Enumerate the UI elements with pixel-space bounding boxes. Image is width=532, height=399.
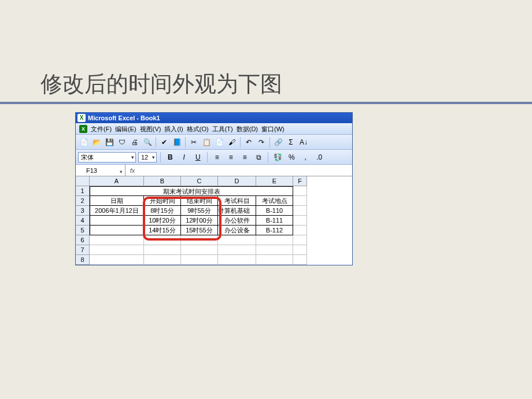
cell-C5[interactable]: 15时55分 [181, 226, 218, 235]
open-icon[interactable]: 📂 [91, 136, 102, 148]
menu-data[interactable]: 数据(D) [237, 123, 258, 134]
cell-F1[interactable] [293, 186, 307, 196]
cell-E5[interactable]: B-112 [256, 226, 293, 235]
menu-view[interactable]: 视图(V) [140, 123, 161, 134]
cell-E8[interactable] [256, 255, 293, 265]
hyperlink-icon[interactable]: 🔗 [272, 136, 284, 148]
cell-A1-merged-title[interactable]: 期末考试时间安排表 [90, 186, 293, 196]
col-header-E[interactable]: E [256, 176, 293, 186]
cell-D7[interactable] [218, 245, 256, 255]
print-icon[interactable]: 🖨 [129, 136, 141, 148]
percent-icon[interactable]: % [286, 152, 297, 163]
autosum-icon[interactable]: Σ [285, 136, 297, 148]
cell-D5[interactable]: 办公设备 [218, 226, 256, 235]
spell-icon[interactable]: ✔ [158, 136, 170, 148]
bold-button[interactable]: B [164, 152, 176, 163]
name-box[interactable]: F13 [76, 165, 125, 176]
underline-button[interactable]: U [192, 152, 204, 163]
font-name-select[interactable]: 宋体 [78, 152, 136, 162]
fx-icon[interactable]: fx [125, 165, 139, 176]
new-icon[interactable]: 📄 [78, 136, 90, 148]
row-header-2[interactable]: 2 [76, 196, 90, 206]
cell-B7[interactable] [144, 245, 181, 255]
cell-C8[interactable] [181, 255, 218, 265]
research-icon[interactable]: 📘 [171, 136, 183, 148]
copy-icon[interactable]: 📋 [201, 136, 212, 148]
cell-B5[interactable]: 14时15分 [144, 226, 181, 235]
cell-B3[interactable]: 8时15分 [144, 206, 181, 216]
align-center-icon[interactable]: ≡ [225, 152, 237, 163]
cell-F4[interactable] [293, 216, 307, 226]
cell-E2[interactable]: 考试地点 [256, 196, 293, 206]
cell-B2[interactable]: 开始时间 [144, 196, 181, 206]
cell-E7[interactable] [256, 245, 293, 255]
merge-center-icon[interactable]: ⧉ [253, 152, 264, 163]
increase-decimal-icon[interactable]: .0 [313, 152, 325, 163]
col-header-F[interactable]: F [293, 176, 307, 186]
col-header-D[interactable]: D [218, 176, 256, 186]
row-header-7[interactable]: 7 [76, 245, 90, 255]
menu-window[interactable]: 窗口(W) [261, 123, 285, 134]
cell-F2[interactable] [293, 196, 307, 206]
cell-B6[interactable] [144, 235, 181, 245]
undo-icon[interactable]: ↶ [243, 136, 254, 148]
cell-B8[interactable] [144, 255, 181, 265]
font-size-select[interactable]: 12 [138, 152, 157, 162]
menu-tools[interactable]: 工具(T) [212, 123, 233, 134]
cell-E4[interactable]: B-111 [256, 216, 293, 226]
save-icon[interactable]: 💾 [104, 136, 115, 148]
sort-asc-icon[interactable]: A↓ [298, 136, 309, 148]
cell-E3[interactable]: B-110 [256, 206, 293, 216]
cell-A6[interactable] [90, 235, 144, 245]
cell-D6[interactable] [218, 235, 256, 245]
col-header-A[interactable]: A [90, 176, 144, 186]
cell-F6[interactable] [293, 235, 307, 245]
cell-E6[interactable] [256, 235, 293, 245]
cell-D2[interactable]: 考试科目 [218, 196, 256, 206]
menu-file[interactable]: 文件(F) [91, 123, 112, 134]
row-header-8[interactable]: 8 [76, 255, 90, 265]
format-painter-icon[interactable]: 🖌 [226, 136, 238, 148]
align-left-icon[interactable]: ≡ [211, 152, 223, 163]
paste-icon[interactable]: 📄 [213, 136, 225, 148]
cell-C3[interactable]: 9时55分 [181, 206, 218, 216]
cell-F7[interactable] [293, 245, 307, 255]
cell-A2[interactable]: 日期 [90, 196, 144, 206]
currency-icon[interactable]: 💱 [272, 152, 283, 163]
menu-insert[interactable]: 插入(I) [164, 123, 183, 134]
cell-D3[interactable]: 计算机基础 [218, 206, 256, 216]
row-header-4[interactable]: 4 [76, 216, 90, 226]
cell-C6[interactable] [181, 235, 218, 245]
row-header-3[interactable]: 3 [76, 206, 90, 216]
cell-C2[interactable]: 结束时间 [181, 196, 218, 206]
preview-icon[interactable]: 🔍 [142, 136, 153, 148]
cell-A3[interactable]: 2006年1月12日 [90, 206, 144, 216]
permission-icon[interactable]: 🛡 [116, 136, 128, 148]
cell-B4[interactable]: 10时20分 [144, 216, 181, 226]
cell-D8[interactable] [218, 255, 256, 265]
menu-edit[interactable]: 编辑(E) [115, 123, 136, 134]
cut-icon[interactable]: ✂ [188, 136, 200, 148]
redo-icon[interactable]: ↷ [256, 136, 267, 148]
row-header-5[interactable]: 5 [76, 226, 90, 235]
cell-F5[interactable] [293, 226, 307, 235]
cell-D4[interactable]: 办公软件 [218, 216, 256, 226]
col-header-C[interactable]: C [181, 176, 218, 186]
cell-F8[interactable] [293, 255, 307, 265]
align-right-icon[interactable]: ≡ [239, 152, 250, 163]
menu-format[interactable]: 格式(O) [187, 123, 209, 134]
cell-A7[interactable] [90, 245, 144, 255]
col-header-B[interactable]: B [144, 176, 181, 186]
cell-A4[interactable] [90, 216, 144, 226]
select-all-corner[interactable] [76, 176, 90, 186]
cell-C4[interactable]: 12时00分 [181, 216, 218, 226]
row-header-1[interactable]: 1 [76, 186, 90, 196]
cell-A8[interactable] [90, 255, 144, 265]
comma-icon[interactable]: , [300, 152, 311, 163]
cell-A5[interactable] [90, 226, 144, 235]
cell-F3[interactable] [293, 206, 307, 216]
row-header-6[interactable]: 6 [76, 235, 90, 245]
cell-C7[interactable] [181, 245, 218, 255]
italic-button[interactable]: I [178, 152, 190, 163]
formula-input[interactable] [139, 165, 352, 176]
